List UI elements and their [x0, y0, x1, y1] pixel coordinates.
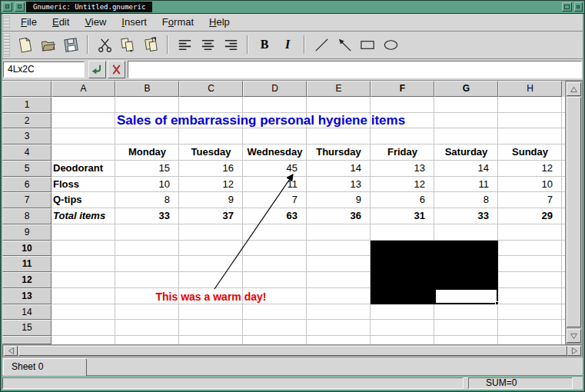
value-cell[interactable]: 36	[307, 208, 371, 224]
formula-confirm-button[interactable]	[88, 61, 106, 78]
scroll-down-button[interactable]	[567, 329, 581, 343]
row-header-15[interactable]: 15	[2, 320, 52, 336]
window-iconify-button[interactable]	[15, 2, 25, 12]
vscroll-thumb[interactable]	[567, 97, 581, 327]
column-header-E[interactable]: E	[307, 81, 371, 97]
day-header-cell[interactable]: Saturday	[434, 145, 498, 161]
value-cell[interactable]: 15	[115, 161, 179, 177]
row-header-3[interactable]: 3	[2, 128, 52, 145]
value-cell[interactable]: 11	[434, 177, 498, 193]
horizontal-scrollbar[interactable]	[2, 344, 583, 357]
value-cell[interactable]: 9	[179, 192, 243, 208]
row-label-cell[interactable]: Q-tips	[53, 192, 114, 208]
row-header-11[interactable]: 11	[2, 256, 52, 272]
sheet-tab[interactable]: Sheet 0	[3, 358, 87, 376]
value-cell[interactable]: 7	[498, 192, 562, 208]
row-header-partial[interactable]	[2, 336, 52, 344]
column-header-D[interactable]: D	[243, 81, 307, 97]
row-header-4[interactable]: 4	[2, 145, 52, 161]
value-cell[interactable]: 8	[434, 192, 498, 208]
value-cell[interactable]: 33	[115, 208, 179, 224]
draw-line-button[interactable]	[310, 34, 333, 55]
value-cell[interactable]: 45	[243, 161, 307, 177]
toolbar-grip-handle[interactable]	[3, 33, 10, 57]
value-cell[interactable]: 29	[498, 208, 562, 224]
scroll-up-button[interactable]	[567, 82, 581, 96]
value-cell[interactable]: 13	[371, 161, 434, 177]
menu-file[interactable]: File	[13, 14, 45, 32]
draw-rectangle-button[interactable]	[356, 34, 379, 55]
value-cell[interactable]: 11	[243, 177, 307, 193]
scroll-left-button[interactable]	[4, 346, 18, 356]
row-label-cell[interactable]: Floss	[53, 177, 114, 193]
row-header-8[interactable]: 8	[2, 208, 52, 224]
italic-button[interactable]: I	[276, 34, 299, 55]
column-header-A[interactable]: A	[52, 81, 115, 97]
day-header-cell[interactable]: Monday	[115, 145, 179, 161]
value-cell[interactable]: 16	[179, 161, 243, 177]
row-header-5[interactable]: 5	[2, 161, 52, 177]
align-right-button[interactable]	[219, 34, 242, 55]
align-left-button[interactable]	[173, 34, 196, 55]
value-cell[interactable]: 33	[434, 208, 498, 224]
window-menu-button[interactable]	[2, 2, 12, 12]
value-cell[interactable]: 14	[434, 161, 498, 177]
menu-edit[interactable]: Edit	[45, 14, 77, 32]
menu-view[interactable]: View	[77, 14, 114, 32]
select-all-corner[interactable]	[2, 81, 52, 97]
formula-cancel-button[interactable]	[108, 61, 125, 78]
row-header-6[interactable]: 6	[2, 177, 52, 193]
value-cell[interactable]: 12	[179, 177, 243, 193]
value-cell[interactable]: 13	[307, 177, 371, 193]
draw-ellipse-button[interactable]	[379, 34, 402, 55]
row-label-cell[interactable]: Total items	[53, 208, 114, 224]
column-header-G[interactable]: G	[434, 81, 498, 97]
row-header-2[interactable]: 2	[2, 113, 52, 129]
vertical-scrollbar[interactable]	[565, 81, 583, 344]
paste-button[interactable]	[139, 34, 162, 55]
row-header-12[interactable]: 12	[2, 272, 52, 288]
menubar-grip-handle[interactable]	[3, 15, 10, 29]
title-bar[interactable]: Gnumeric: Untitled.gnumeric	[1, 1, 584, 14]
sheet-title-cell[interactable]: Sales of embarrassing personal hygiene i…	[117, 113, 405, 129]
new-button[interactable]	[13, 34, 36, 55]
column-header-H[interactable]: H	[498, 81, 562, 97]
hscroll-thumb[interactable]	[18, 346, 567, 356]
row-header-1[interactable]: 1	[2, 97, 52, 113]
value-cell[interactable]: 31	[371, 208, 434, 224]
value-cell[interactable]: 7	[243, 192, 307, 208]
cut-button[interactable]	[93, 34, 116, 55]
copy-button[interactable]	[116, 34, 139, 55]
row-header-14[interactable]: 14	[2, 304, 52, 321]
menu-help[interactable]: Help	[201, 14, 238, 32]
cell-grid[interactable]: Sales of embarrassing personal hygiene i…	[52, 97, 565, 344]
day-header-cell[interactable]: Thursday	[307, 145, 371, 161]
fill-handle[interactable]	[495, 301, 499, 305]
row-label-cell[interactable]: Deodorant	[53, 161, 114, 177]
day-header-cell[interactable]: Wednesday	[243, 145, 307, 161]
row-header-9[interactable]: 9	[2, 224, 52, 241]
window-maximize-button[interactable]	[562, 2, 572, 12]
formula-entry[interactable]	[128, 61, 582, 78]
save-button[interactable]	[59, 34, 82, 55]
row-header-7[interactable]: 7	[2, 192, 52, 208]
value-cell[interactable]: 8	[115, 192, 179, 208]
row-header-13[interactable]: 13	[2, 288, 52, 304]
value-cell[interactable]: 10	[498, 177, 562, 193]
value-cell[interactable]: 9	[307, 192, 371, 208]
bold-button[interactable]: B	[253, 34, 276, 55]
column-header-C[interactable]: C	[179, 81, 243, 97]
value-cell[interactable]: 14	[307, 161, 371, 177]
scroll-right-button[interactable]	[567, 346, 581, 356]
day-header-cell[interactable]: Tuesday	[179, 145, 243, 161]
draw-arrow-button[interactable]	[333, 34, 356, 55]
open-button[interactable]	[36, 34, 59, 55]
column-header-F[interactable]: F	[371, 81, 434, 97]
value-cell[interactable]: 63	[243, 208, 307, 224]
menu-format[interactable]: Format	[155, 14, 201, 32]
value-cell[interactable]: 12	[371, 177, 434, 193]
menu-insert[interactable]: Insert	[114, 14, 155, 32]
day-header-cell[interactable]: Sunday	[498, 145, 562, 161]
active-cell[interactable]	[434, 288, 498, 304]
value-cell[interactable]: 12	[498, 161, 562, 177]
